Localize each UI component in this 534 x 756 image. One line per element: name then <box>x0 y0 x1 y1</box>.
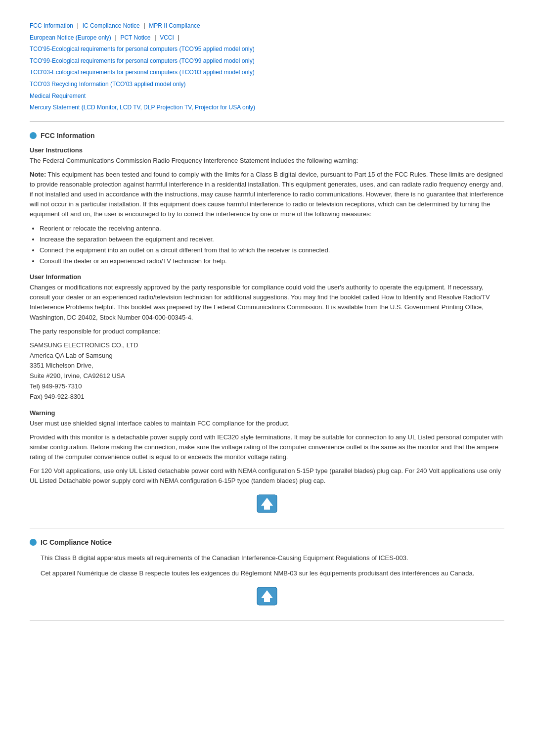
svg-rect-5 <box>264 598 270 602</box>
pipe-3: | <box>115 34 116 41</box>
user-instructions-intro: The Federal Communications Commission Ra… <box>30 156 504 166</box>
party-intro: The party responsible for product compli… <box>30 327 504 336</box>
address-line-3: 3351 Michelson Drive, <box>30 361 504 371</box>
fcc-separator <box>30 528 504 528</box>
ic-text1: This Class B digital apparatus meets all… <box>41 553 504 563</box>
measure-item: Connect the equipment into an outlet on … <box>40 245 504 255</box>
nav-mpr[interactable]: MPR II Compliance <box>149 22 200 29</box>
measure-item: Consult the dealer or an experienced rad… <box>40 256 504 266</box>
fcc-top-anchor[interactable] <box>255 493 279 516</box>
nav-tco99[interactable]: TCO'99-Ecological requirements for perso… <box>30 57 255 64</box>
fcc-bullet-icon <box>30 132 37 139</box>
nav-tco03[interactable]: TCO'03-Ecological requirements for perso… <box>30 69 255 76</box>
warning-title: Warning <box>30 409 504 417</box>
ic-section: IC Compliance Notice This Class B digita… <box>30 538 504 608</box>
top-icon <box>255 493 279 515</box>
nav-fcc[interactable]: FCC Information <box>30 22 73 29</box>
fcc-section-title: FCC Information <box>41 132 95 140</box>
nav-ic[interactable]: IC Compliance Notice <box>83 22 140 29</box>
user-information-text: Changes or modifications not expressly a… <box>30 283 504 323</box>
measure-item: Increase the separation between the equi… <box>40 235 504 244</box>
user-information-title: User Information <box>30 273 504 281</box>
nav-mercury[interactable]: Mercury Statement (LCD Monitor, LCD TV, … <box>30 104 255 111</box>
svg-rect-2 <box>264 506 270 510</box>
ic-separator <box>30 620 504 621</box>
top-separator <box>30 121 504 122</box>
ic-top-anchor[interactable] <box>255 585 279 609</box>
fcc-section: FCC Information User Instructions The Fe… <box>30 132 504 517</box>
pipe-4: | <box>154 34 156 41</box>
warning-text1: User must use shielded signal interface … <box>30 419 504 428</box>
warning-text2: Provided with this monitor is a detachab… <box>30 432 504 462</box>
address-line-4: Suite #290, Irvine, CA92612 USA <box>30 371 504 381</box>
pipe-2: | <box>143 22 145 29</box>
address-line-6: Fax) 949-922-8301 <box>30 392 504 402</box>
note-text: Note: This equipment has been tested and… <box>30 170 504 220</box>
nav-eu[interactable]: European Notice (Europe only) <box>30 34 111 41</box>
user-instructions-title: User Instructions <box>30 146 504 154</box>
measure-item: Reorient or relocate the receiving anten… <box>40 224 504 234</box>
measures-list: Reorient or relocate the receiving anten… <box>30 224 504 267</box>
pipe-1: | <box>77 22 79 29</box>
fcc-top-link[interactable] <box>30 493 504 516</box>
ic-section-title: IC Compliance Notice <box>41 538 112 546</box>
ic-section-header: IC Compliance Notice <box>30 538 504 546</box>
navigation-links: FCC Information | IC Compliance Notice |… <box>30 20 504 113</box>
address-line-2: America QA Lab of Samsung <box>30 351 504 361</box>
pipe-5: | <box>178 34 179 41</box>
address-line-5: Tel) 949-975-7310 <box>30 381 504 392</box>
ic-top-link[interactable] <box>30 585 504 609</box>
address-block: SAMSUNG ELECTRONICS CO., LTD America QA … <box>30 340 504 402</box>
nav-medical[interactable]: Medical Requirement <box>30 93 86 99</box>
nav-vcci[interactable]: VCCI <box>160 34 174 41</box>
warning-text3: For 120 Volt applications, use only UL L… <box>30 466 504 486</box>
ic-text2: Cet appareil Numérique de classe B respe… <box>41 568 504 578</box>
top-icon-2 <box>255 585 279 607</box>
ic-bullet-icon <box>30 539 37 546</box>
nav-tco03r[interactable]: TCO'03 Recycling Information (TCO'03 app… <box>30 81 185 88</box>
nav-tco95[interactable]: TCO'95-Ecological requirements for perso… <box>30 46 255 52</box>
note-body: This equipment has been tested and found… <box>30 171 503 218</box>
fcc-section-header: FCC Information <box>30 132 504 140</box>
address-line-1: SAMSUNG ELECTRONICS CO., LTD <box>30 340 504 351</box>
nav-pct[interactable]: PCT Notice <box>120 34 150 41</box>
